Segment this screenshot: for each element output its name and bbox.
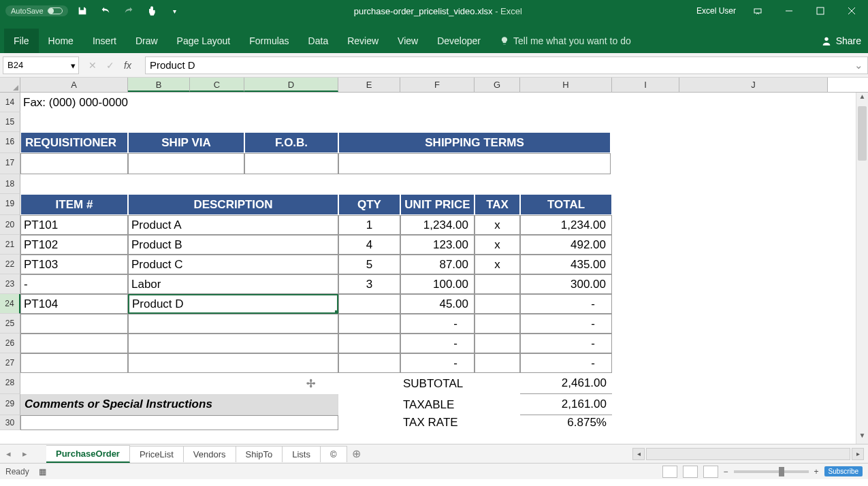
- tab-insert[interactable]: Insert: [83, 29, 126, 53]
- cell-sku[interactable]: PT104: [20, 294, 128, 314]
- cell-subtotal-label[interactable]: SUBTOTAL: [400, 373, 520, 394]
- cell-taxable-value[interactable]: 2,161.00: [520, 394, 612, 415]
- cell-unit[interactable]: 1,234.00: [400, 215, 475, 235]
- cell-qty[interactable]: 5: [338, 255, 400, 274]
- row-header[interactable]: 16: [0, 132, 20, 153]
- cell-qty[interactable]: 1: [338, 215, 400, 235]
- tab-file[interactable]: File: [4, 29, 39, 53]
- normal-view-icon[interactable]: [662, 466, 677, 478]
- hdr-shipvia[interactable]: SHIP VIA: [128, 132, 244, 153]
- tab-developer[interactable]: Developer: [428, 29, 490, 53]
- cell-dash[interactable]: -: [520, 334, 612, 353]
- cell-taxable-label[interactable]: TAXABLE: [400, 394, 520, 415]
- col-header-f[interactable]: F: [400, 78, 475, 92]
- hdr-item[interactable]: ITEM #: [20, 194, 128, 215]
- cell-empty[interactable]: [128, 314, 338, 334]
- col-header-i[interactable]: I: [612, 78, 679, 92]
- cell-empty[interactable]: [20, 353, 128, 373]
- cell-input[interactable]: [338, 153, 611, 174]
- redo-icon[interactable]: [120, 2, 138, 20]
- row-header[interactable]: 29: [0, 394, 20, 415]
- save-icon[interactable]: [74, 2, 91, 20]
- zoom-thumb[interactable]: [779, 467, 784, 476]
- cell-comments-header[interactable]: Comments or Special Instructions: [20, 394, 338, 415]
- tab-review[interactable]: Review: [338, 29, 388, 53]
- hdr-qty[interactable]: QTY: [338, 194, 400, 215]
- cell-sku[interactable]: PT101: [20, 215, 128, 235]
- cell-empty[interactable]: [128, 334, 338, 353]
- autosave-toggle[interactable]: AutoSave: [5, 5, 68, 16]
- row-header[interactable]: 17: [0, 153, 20, 174]
- hdr-unit[interactable]: UNIT PRICE: [400, 194, 475, 215]
- cell-unit[interactable]: 123.00: [400, 235, 475, 255]
- col-header-a[interactable]: A: [20, 78, 128, 92]
- cell-total[interactable]: 300.00: [520, 274, 612, 294]
- cell-empty[interactable]: [20, 112, 828, 132]
- cell-input[interactable]: [128, 153, 244, 174]
- cell-empty[interactable]: [338, 314, 400, 334]
- cell-dash[interactable]: -: [400, 334, 475, 353]
- cell-desc[interactable]: Product C: [128, 255, 338, 274]
- cell-sku[interactable]: PT102: [20, 235, 128, 255]
- cell-sku[interactable]: PT103: [20, 255, 128, 274]
- sheet-tab-copyright[interactable]: ©: [321, 446, 347, 462]
- enter-icon[interactable]: ✓: [106, 60, 114, 71]
- cell-empty[interactable]: [475, 334, 520, 353]
- zoom-slider[interactable]: [734, 470, 809, 473]
- cell-desc[interactable]: Product B: [128, 235, 338, 255]
- fx-icon[interactable]: fx: [124, 60, 131, 71]
- share-button[interactable]: Share: [821, 35, 861, 46]
- scroll-thumb[interactable]: [858, 106, 867, 161]
- new-sheet-icon[interactable]: ⊕: [347, 447, 366, 460]
- cell-empty[interactable]: [338, 334, 400, 353]
- row-header[interactable]: 15: [0, 112, 20, 132]
- hdr-terms[interactable]: SHIPPING TERMS: [338, 132, 611, 153]
- col-header-d[interactable]: D: [244, 78, 338, 92]
- tab-view[interactable]: View: [388, 29, 428, 53]
- formula-input[interactable]: Product D ⌄: [145, 56, 868, 74]
- scroll-track[interactable]: [646, 448, 850, 460]
- cell-input[interactable]: [20, 153, 128, 174]
- ribbon-options-icon[interactable]: [744, 0, 771, 22]
- col-header-e[interactable]: E: [338, 78, 400, 92]
- cell-empty[interactable]: [475, 314, 520, 334]
- cell-unit[interactable]: 100.00: [400, 274, 475, 294]
- col-header-j[interactable]: J: [679, 78, 828, 92]
- zoom-out-icon[interactable]: −: [724, 467, 728, 476]
- cell-subtotal-value[interactable]: 2,461.00: [520, 373, 612, 394]
- scroll-right-icon[interactable]: ▸: [852, 448, 864, 460]
- cell-unit[interactable]: 87.00: [400, 255, 475, 274]
- hdr-fob[interactable]: F.O.B.: [244, 132, 338, 153]
- cell-empty[interactable]: [475, 353, 520, 373]
- tab-nav-first-icon[interactable]: ◂: [0, 449, 16, 459]
- page-layout-view-icon[interactable]: [683, 466, 698, 478]
- cell-desc[interactable]: Labor: [128, 274, 338, 294]
- cell-total[interactable]: 1,234.00: [520, 215, 612, 235]
- minimize-icon[interactable]: [775, 0, 803, 22]
- cell-empty[interactable]: [338, 394, 400, 415]
- hdr-requisitioner[interactable]: REQUISITIONER: [20, 132, 128, 153]
- cell-empty[interactable]: ✢: [20, 373, 338, 394]
- cell-tax[interactable]: [475, 274, 520, 294]
- vertical-scrollbar[interactable]: ▲ ▼: [856, 93, 868, 444]
- cell-unit[interactable]: 45.00: [400, 294, 475, 314]
- close-icon[interactable]: [838, 0, 865, 22]
- sheet-tab-lists[interactable]: Lists: [283, 446, 321, 462]
- cell-empty[interactable]: [338, 373, 400, 394]
- horizontal-scrollbar[interactable]: ◂ ▸: [632, 448, 864, 460]
- cell-empty[interactable]: [128, 353, 338, 373]
- row-header[interactable]: 14: [0, 93, 20, 112]
- sheet-tab-pricelist[interactable]: PriceList: [130, 446, 184, 462]
- zoom-in-icon[interactable]: +: [814, 467, 819, 476]
- select-all-corner[interactable]: [0, 78, 20, 92]
- cell-dash[interactable]: -: [520, 353, 612, 373]
- cell-total[interactable]: 492.00: [520, 235, 612, 255]
- cell-qty[interactable]: [338, 294, 400, 314]
- tab-data[interactable]: Data: [299, 29, 338, 53]
- touch-mode-icon[interactable]: [143, 2, 161, 20]
- chevron-down-icon[interactable]: ▾: [71, 60, 76, 70]
- cell-total[interactable]: -: [520, 294, 612, 314]
- row-header[interactable]: 24: [0, 294, 20, 314]
- cell-dash[interactable]: -: [520, 314, 612, 334]
- cell-desc[interactable]: Product A: [128, 215, 338, 235]
